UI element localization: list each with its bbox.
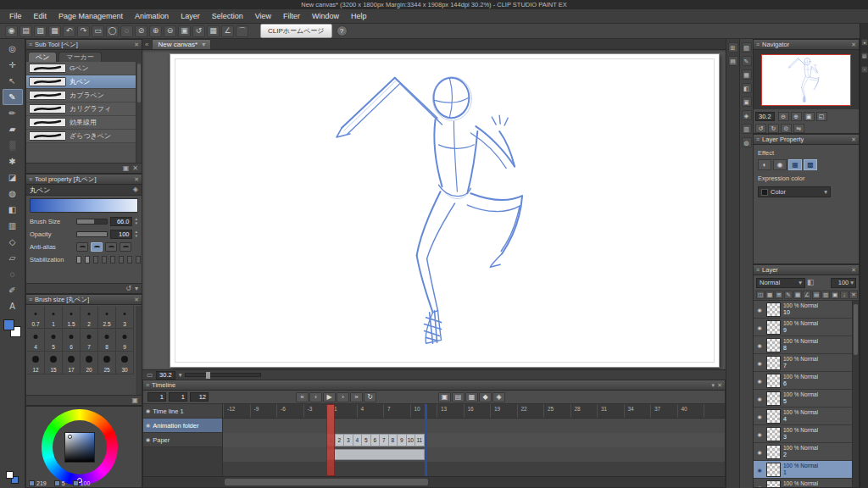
- paper-row[interactable]: [223, 447, 725, 462]
- stabilization-segment[interactable]: [110, 256, 115, 263]
- add-subtool-icon[interactable]: ▣: [123, 165, 130, 172]
- pencil-tool[interactable]: ✏: [3, 105, 23, 121]
- settings-caret-icon[interactable]: ▾: [135, 286, 138, 292]
- layer-row[interactable]: ◉ 100 % Normal 1: [754, 461, 852, 479]
- subtool-item[interactable]: ざらつきペン: [26, 130, 142, 143]
- brush-size-cell[interactable]: 2: [81, 306, 98, 329]
- menu-item[interactable]: Edit: [28, 10, 53, 22]
- pen-tool[interactable]: ✎: [3, 89, 23, 105]
- cel-frame[interactable]: 3: [344, 434, 353, 446]
- move-tool[interactable]: ✛: [3, 57, 23, 73]
- menu-item[interactable]: Help: [345, 10, 373, 22]
- reset-rotation-button[interactable]: ⊙: [781, 124, 792, 133]
- animation-folder-row[interactable]: 1 2 3 4 5 6 7: [223, 433, 725, 447]
- collapsed-panel-icon-8[interactable]: ◍: [742, 137, 752, 147]
- navigator-preview[interactable]: [761, 54, 851, 106]
- subtool-tab[interactable]: ペン: [28, 52, 57, 62]
- cel-frame[interactable]: 7: [380, 434, 389, 446]
- rotate-right-button[interactable]: ↻: [768, 124, 779, 133]
- keyframe-icon[interactable]: ◆: [479, 392, 492, 402]
- panel-menu-icon[interactable]: ≡: [29, 42, 32, 47]
- quick-access-tab-icon[interactable]: ⊞: [728, 42, 738, 53]
- tool-switcher-icon[interactable]: ◉: [5, 25, 18, 37]
- stabilization-segment[interactable]: [127, 256, 132, 263]
- go-to-start-button[interactable]: «: [296, 392, 309, 402]
- layer-thumbnail[interactable]: [766, 409, 781, 424]
- panel-close-icon[interactable]: ✕: [717, 382, 722, 388]
- new-vector-layer-icon[interactable]: ▥: [821, 291, 830, 299]
- layer-row[interactable]: ◉ 100 % Normal 6: [754, 372, 852, 390]
- stabilization-segment[interactable]: [85, 256, 90, 263]
- zoom-out-icon[interactable]: ⊖: [164, 25, 176, 37]
- layer-row[interactable]: ◉ 100 % Normal 7: [754, 354, 852, 372]
- layer-mask-icon[interactable]: ▦: [793, 291, 802, 299]
- layer-visibility-icon[interactable]: ◉: [755, 396, 764, 402]
- stabilization-segment[interactable]: [76, 256, 81, 263]
- blend-tool[interactable]: ◍: [3, 186, 23, 202]
- timeline-scrollbar[interactable]: [143, 476, 725, 487]
- help-button[interactable]: ?: [337, 25, 348, 36]
- decoration-tool[interactable]: ✱: [3, 153, 23, 169]
- brush-size-cell[interactable]: 3: [116, 306, 134, 329]
- subtool-item[interactable]: 効果線用: [26, 116, 142, 130]
- border-effect-icon[interactable]: ◐: [758, 159, 771, 170]
- flip-horizontal-button[interactable]: ⇋: [793, 124, 804, 133]
- layer-scrollbar-thumb[interactable]: [854, 304, 858, 355]
- layer-row[interactable]: ◉ 100 % Normal 10: [754, 301, 852, 319]
- collapsed-panel-icon-2[interactable]: ✎: [742, 56, 752, 66]
- reset-settings-icon[interactable]: ↺: [125, 286, 131, 292]
- panel-close-icon[interactable]: ✕: [851, 42, 856, 47]
- zoom-in-button[interactable]: ⊕: [791, 112, 802, 121]
- animation-cels-bar[interactable]: 1 2 3 4 5 6 7: [326, 434, 425, 446]
- actual-size-button[interactable]: ◱: [816, 112, 827, 121]
- layer-visibility-icon[interactable]: ◉: [755, 307, 764, 313]
- navigator-zoom-value[interactable]: 30.2: [755, 112, 775, 121]
- collapsed-panel-icon-7[interactable]: ▥: [742, 124, 752, 134]
- layer-opacity-field[interactable]: 100 ▾: [831, 278, 856, 288]
- delete-layer-icon[interactable]: ✕: [849, 291, 858, 299]
- brush-size-cell[interactable]: 15: [45, 352, 63, 374]
- layer-row[interactable]: ◉ 100 % Normal Paper: [754, 479, 852, 487]
- subtool-tab[interactable]: マーカー: [58, 52, 101, 62]
- anti-alias-none-button[interactable]: [76, 242, 88, 252]
- material-tab-icon[interactable]: ▤: [728, 56, 738, 66]
- layer-visibility-icon[interactable]: ◉: [755, 449, 764, 455]
- new-animation-cel-icon[interactable]: ▤: [452, 392, 465, 402]
- dock-scroll-icon[interactable]: ◔: [861, 66, 868, 73]
- layer-row[interactable]: ◉ 100 % Normal 5: [754, 390, 852, 408]
- panel-menu-icon[interactable]: ≡: [29, 297, 32, 302]
- lock-alpha-icon[interactable]: ◫: [756, 291, 765, 299]
- menu-item[interactable]: Filter: [277, 10, 306, 22]
- panel-close-icon[interactable]: ✕: [134, 297, 139, 302]
- cel-frame[interactable]: 9: [398, 434, 407, 446]
- layer-thumbnail[interactable]: [766, 463, 781, 477]
- layer-row[interactable]: ◉ 100 % Normal 9: [754, 319, 852, 336]
- stabilization-segment[interactable]: [93, 256, 98, 263]
- frame-number-field[interactable]: 12: [190, 392, 209, 402]
- layer-visibility-icon[interactable]: ◉: [755, 342, 764, 348]
- layer-visibility-icon[interactable]: ◉: [755, 431, 764, 437]
- layer-thumbnail[interactable]: [766, 445, 781, 459]
- layer-color-icon[interactable]: ▩: [804, 159, 817, 170]
- track-visibility-icon[interactable]: ◉: [146, 423, 150, 428]
- blend-mode-select[interactable]: Normal ▾: [756, 278, 805, 288]
- cel-frame[interactable]: 2: [336, 434, 345, 446]
- panel-close-icon[interactable]: ✕: [851, 267, 856, 273]
- timeline-ruler[interactable]: -12 -9 -6 -3 1 4 7 10: [223, 404, 725, 419]
- anti-alias-strong-button[interactable]: [120, 242, 131, 252]
- merge-down-icon[interactable]: ↓: [840, 291, 849, 299]
- navigate-canvas-icon[interactable]: ▭: [147, 372, 153, 379]
- brush-size-cell[interactable]: 5: [45, 329, 63, 352]
- collapsed-panel-icon-6[interactable]: ◈: [742, 110, 752, 120]
- timeline-scrollbar-thumb[interactable]: [225, 479, 428, 485]
- menu-item[interactable]: Layer: [175, 10, 206, 22]
- layer-visibility-icon[interactable]: ◉: [755, 324, 764, 330]
- layer-visibility-icon[interactable]: ◉: [755, 360, 764, 366]
- cel-frame[interactable]: 4: [353, 434, 363, 446]
- zoom-out-button[interactable]: ⊖: [778, 112, 789, 121]
- timeline-track-area[interactable]: -12 -9 -6 -3 1 4 7 10: [223, 404, 725, 476]
- fit-to-window-button[interactable]: ▣: [804, 112, 815, 121]
- snap-ruler-icon[interactable]: ∠: [221, 25, 234, 37]
- panel-close-icon[interactable]: ✕: [134, 176, 139, 182]
- panel-menu-icon[interactable]: ≡: [756, 267, 760, 273]
